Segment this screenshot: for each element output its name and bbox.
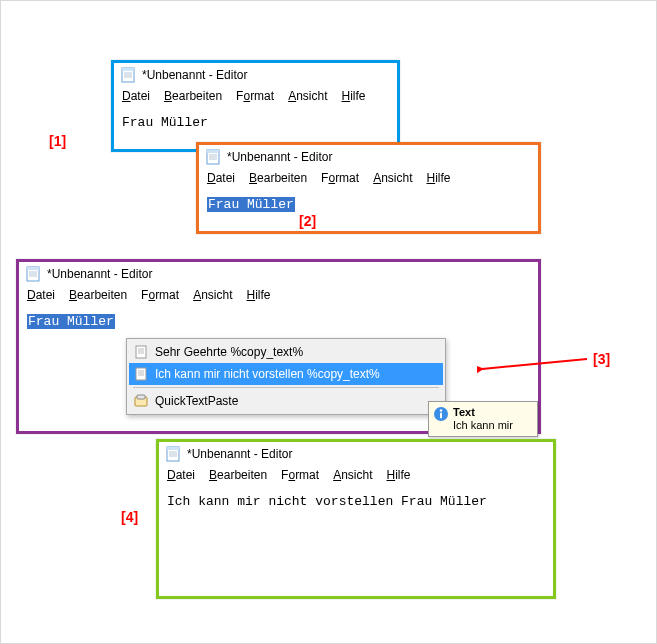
title-bar: *Unbenannt - Editor: [19, 262, 538, 284]
menu-bar: Datei Bearbeiten Format Ansicht Hilfe: [159, 464, 553, 488]
label-1: [1]: [49, 133, 66, 149]
menu-file[interactable]: Datei: [167, 468, 195, 482]
ctx-label: QuickTextPaste: [155, 394, 238, 408]
window-title: *Unbenannt - Editor: [227, 150, 332, 164]
app-icon: [133, 393, 149, 409]
svg-rect-6: [207, 150, 219, 153]
menu-help[interactable]: Hilfe: [387, 468, 411, 482]
selected-text: Frau Müller: [207, 197, 295, 212]
svg-rect-19: [136, 368, 146, 380]
ctx-item-sehr-geehrte[interactable]: Sehr Geehrte %copy_text%: [129, 341, 443, 363]
menu-edit[interactable]: Bearbeiten: [209, 468, 267, 482]
ctx-label: Ich kann mir nicht vorstellen %copy_text…: [155, 367, 380, 381]
context-menu: Sehr Geehrte %copy_text% Ich kann mir ni…: [126, 338, 446, 415]
menu-edit[interactable]: Bearbeiten: [164, 89, 222, 103]
svg-rect-15: [136, 346, 146, 358]
menu-file[interactable]: Datei: [122, 89, 150, 103]
tooltip: TextIch kann mir: [428, 401, 538, 437]
menu-separator: [133, 387, 439, 388]
svg-point-26: [440, 409, 442, 411]
label-4: [4]: [121, 509, 138, 525]
editor-content[interactable]: Frau Müller: [199, 191, 538, 231]
window-4: *Unbenannt - Editor Datei Bearbeiten For…: [156, 439, 556, 599]
ctx-label: Sehr Geehrte %copy_text%: [155, 345, 303, 359]
window-title: *Unbenannt - Editor: [47, 267, 152, 281]
notepad-icon: [120, 67, 136, 83]
menu-bar: Datei Bearbeiten Format Ansicht Hilfe: [19, 284, 538, 308]
menu-view[interactable]: Ansicht: [333, 468, 372, 482]
notepad-icon: [205, 149, 221, 165]
menu-file[interactable]: Datei: [27, 288, 55, 302]
menu-bar: Datei Bearbeiten Format Ansicht Hilfe: [114, 85, 397, 109]
menu-help[interactable]: Hilfe: [247, 288, 271, 302]
window-title: *Unbenannt - Editor: [187, 447, 292, 461]
window-2: *Unbenannt - Editor Datei Bearbeiten For…: [196, 142, 541, 234]
menu-view[interactable]: Ansicht: [193, 288, 232, 302]
menu-format[interactable]: Format: [281, 468, 319, 482]
window-title: *Unbenannt - Editor: [142, 68, 247, 82]
ctx-item-quicktextpaste[interactable]: QuickTextPaste: [129, 390, 443, 412]
document-icon: [133, 344, 149, 360]
menu-help[interactable]: Hilfe: [342, 89, 366, 103]
ctx-item-ich-kann[interactable]: Ich kann mir nicht vorstellen %copy_text…: [129, 363, 443, 385]
title-bar: *Unbenannt - Editor: [199, 145, 538, 167]
svg-rect-11: [27, 267, 39, 270]
svg-rect-1: [122, 68, 134, 71]
menu-help[interactable]: Hilfe: [427, 171, 451, 185]
document-icon: [133, 366, 149, 382]
label-3: [3]: [593, 351, 610, 367]
info-icon: [433, 406, 449, 425]
title-bar: *Unbenannt - Editor: [114, 63, 397, 85]
menu-view[interactable]: Ansicht: [288, 89, 327, 103]
window-1: *Unbenannt - Editor Datei Bearbeiten For…: [111, 60, 400, 152]
menu-edit[interactable]: Bearbeiten: [249, 171, 307, 185]
svg-rect-27: [440, 413, 442, 419]
menu-file[interactable]: Datei: [207, 171, 235, 185]
title-bar: *Unbenannt - Editor: [159, 442, 553, 464]
menu-format[interactable]: Format: [141, 288, 179, 302]
notepad-icon: [165, 446, 181, 462]
tooltip-text: TextIch kann mir: [453, 406, 513, 432]
menu-bar: Datei Bearbeiten Format Ansicht Hilfe: [199, 167, 538, 191]
menu-format[interactable]: Format: [321, 171, 359, 185]
selected-text: Frau Müller: [27, 314, 115, 329]
menu-format[interactable]: Format: [236, 89, 274, 103]
svg-rect-30: [167, 447, 179, 450]
notepad-icon: [25, 266, 41, 282]
menu-edit[interactable]: Bearbeiten: [69, 288, 127, 302]
label-2: [2]: [299, 213, 316, 229]
menu-view[interactable]: Ansicht: [373, 171, 412, 185]
svg-rect-24: [137, 395, 145, 399]
editor-content[interactable]: Ich kann mir nicht vorstellen Frau Mülle…: [159, 488, 553, 588]
